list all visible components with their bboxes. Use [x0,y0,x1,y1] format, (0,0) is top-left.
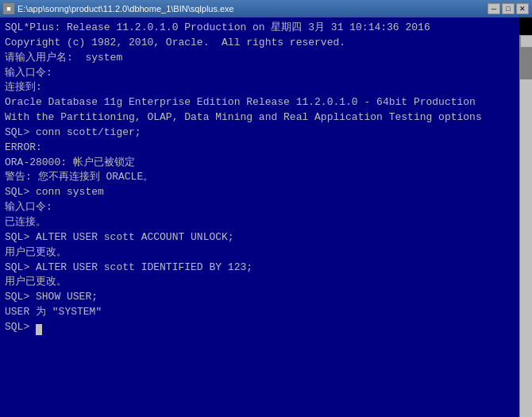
terminal-line: SQL> [5,320,515,335]
terminal-line: SQL> ALTER USER scott IDENTIFIED BY 123; [5,261,515,276]
terminal-line: SQL> ALTER USER scott ACCOUNT UNLOCK; [5,230,515,245]
terminal-output[interactable]: SQL*Plus: Release 11.2.0.1.0 Production … [0,17,519,417]
terminal-line: SQL> conn system [5,185,515,200]
terminal-line: With the Partitioning, OLAP, Data Mining… [5,110,515,125]
terminal-line: 输入口令: [5,200,515,215]
window: ■ E:\app\sonng\product\11.2.0\dbhome_1\B… [0,0,532,417]
scrollbar-thumb[interactable] [519,48,532,79]
terminal-line: ORA-28000: 帐户已被锁定 [5,156,515,171]
terminal-line: SQL> conn scott/tiger; [5,125,515,141]
terminal-line: Copyright (c) 1982, 2010, Oracle. All ri… [5,36,515,51]
terminal-line: USER 为 "SYSTEM" [5,305,515,320]
scroll-up-button[interactable]: ▲ [520,35,532,48]
terminal-line: Oracle Database 11g Enterprise Edition R… [5,95,515,110]
scrollbar[interactable]: ▲ ▼ [519,35,532,417]
maximize-button[interactable]: □ [502,3,515,14]
terminal-line: 输入口令: [5,66,515,81]
terminal-line: SQL*Plus: Release 11.2.0.1.0 Production … [5,21,515,36]
cursor [36,324,42,335]
terminal-line: SQL> SHOW USER; [5,290,515,305]
terminal-line: 警告: 您不再连接到 ORACLE。 [5,170,515,185]
window-controls: ─ □ ✕ [488,3,529,14]
title-bar: ■ E:\app\sonng\product\11.2.0\dbhome_1\B… [0,0,532,17]
terminal-line: 连接到: [5,80,515,95]
terminal-line: 请输入用户名: system [5,51,515,66]
title-icon: ■ [3,3,14,14]
minimize-button[interactable]: ─ [488,3,500,14]
close-button[interactable]: ✕ [516,3,529,14]
terminal-line: ERROR: [5,141,515,156]
title-text: E:\app\sonng\product\11.2.0\dbhome_1\BIN… [17,4,234,14]
terminal-line: 用户已更改。 [5,245,515,261]
terminal-line: 已连接。 [5,215,515,230]
terminal-line: 用户已更改。 [5,275,515,290]
